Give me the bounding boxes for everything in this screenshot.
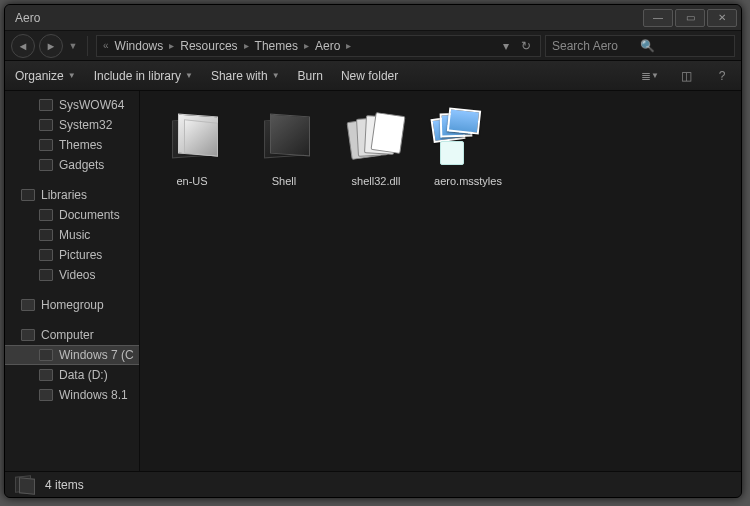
titlebar: Aero — ▭ ✕ <box>5 5 741 31</box>
tree-label: Gadgets <box>59 158 104 172</box>
share-with-menu[interactable]: Share with▼ <box>211 69 280 83</box>
tree-item-pictures[interactable]: Pictures <box>5 245 139 265</box>
tree-header-libraries[interactable]: Libraries <box>5 185 139 205</box>
new-folder-button[interactable]: New folder <box>341 69 398 83</box>
folder-icon <box>13 476 35 494</box>
history-dropdown[interactable]: ▼ <box>67 41 79 51</box>
crumb-label: Resources <box>180 39 237 53</box>
breadcrumb[interactable]: « Windows ▸ Resources ▸ Themes ▸ Aero ▸ … <box>96 35 541 57</box>
preview-pane-button[interactable]: ◫ <box>677 68 695 84</box>
tree-label: Computer <box>41 328 94 342</box>
refresh-icon[interactable]: ↻ <box>516 39 536 53</box>
chevron-down-icon: ▼ <box>651 71 659 80</box>
chevron-down-icon: ▼ <box>185 71 193 80</box>
tree-label: Music <box>59 228 90 242</box>
tree-label: Videos <box>59 268 95 282</box>
tree-item-documents[interactable]: Documents <box>5 205 139 225</box>
tree-item-videos[interactable]: Videos <box>5 265 139 285</box>
location-dropdown-icon[interactable]: ▾ <box>496 39 516 53</box>
close-button[interactable]: ✕ <box>707 9 737 27</box>
chevron-right-icon[interactable]: « <box>101 40 111 51</box>
chevron-right-icon[interactable]: ▸ <box>344 40 353 51</box>
tree-item-windows81[interactable]: Windows 8.1 <box>5 385 139 405</box>
folder-icon <box>39 159 53 171</box>
crumb-windows[interactable]: Windows <box>111 36 168 56</box>
folder-icon <box>39 139 53 151</box>
computer-icon <box>21 329 35 341</box>
file-label: shell32.dll <box>352 175 401 188</box>
tree-item-syswow64[interactable]: SysWOW64 <box>5 95 139 115</box>
crumb-label: Themes <box>255 39 298 53</box>
library-icon <box>39 209 53 221</box>
tree-header-computer[interactable]: Computer <box>5 325 139 345</box>
toolbar-label: Include in library <box>94 69 181 83</box>
tree-label: Windows 8.1 <box>59 388 128 402</box>
tree-item-gadgets[interactable]: Gadgets <box>5 155 139 175</box>
file-label: aero.msstyles <box>434 175 502 188</box>
tree-item-system32[interactable]: System32 <box>5 115 139 135</box>
tree-label: Themes <box>59 138 102 152</box>
msstyles-icon <box>436 105 500 169</box>
items-view[interactable]: en-US Shell shell32.dll aero.msstyles <box>140 91 741 471</box>
burn-button[interactable]: Burn <box>298 69 323 83</box>
chevron-right-icon[interactable]: ▸ <box>302 40 311 51</box>
window-title: Aero <box>9 11 641 25</box>
tree-item-drive-d[interactable]: Data (D:) <box>5 365 139 385</box>
tree-header-homegroup[interactable]: Homegroup <box>5 295 139 315</box>
maximize-button[interactable]: ▭ <box>675 9 705 27</box>
folder-icon <box>39 119 53 131</box>
details-pane: 4 items <box>5 471 741 497</box>
crumb-themes[interactable]: Themes <box>251 36 302 56</box>
library-icon <box>39 249 53 261</box>
search-icon: 🔍 <box>640 39 728 53</box>
file-item-en-us[interactable]: en-US <box>146 101 238 211</box>
folder-icon <box>39 99 53 111</box>
tree-label: Data (D:) <box>59 368 108 382</box>
library-icon <box>39 229 53 241</box>
drive-icon <box>39 369 53 381</box>
navigation-pane[interactable]: SysWOW64 System32 Themes Gadgets Librari… <box>5 91 140 471</box>
minimize-button[interactable]: — <box>643 9 673 27</box>
view-options-button[interactable]: ≣ ▼ <box>641 68 659 84</box>
tree-label: Libraries <box>41 188 87 202</box>
explorer-window: Aero — ▭ ✕ ◄ ► ▼ « Windows ▸ Resources ▸… <box>4 4 742 498</box>
search-input[interactable]: Search Aero 🔍 <box>545 35 735 57</box>
dll-icon <box>344 105 408 169</box>
file-label: en-US <box>176 175 207 188</box>
chevron-right-icon[interactable]: ▸ <box>167 40 176 51</box>
drive-icon <box>39 349 53 361</box>
include-library-menu[interactable]: Include in library▼ <box>94 69 193 83</box>
toolbar-label: New folder <box>341 69 398 83</box>
crumb-label: Aero <box>315 39 340 53</box>
drive-icon <box>39 389 53 401</box>
tree-label: Documents <box>59 208 120 222</box>
tree-item-drive-c[interactable]: Windows 7 (C <box>5 345 139 365</box>
folder-icon <box>160 105 224 169</box>
crumb-resources[interactable]: Resources <box>176 36 241 56</box>
tree-label: SysWOW64 <box>59 98 124 112</box>
tree-label: Windows 7 (C <box>59 348 134 362</box>
file-item-aero-msstyles[interactable]: aero.msstyles <box>422 101 514 211</box>
organize-menu[interactable]: Organize▼ <box>15 69 76 83</box>
crumb-aero[interactable]: Aero <box>311 36 344 56</box>
toolbar-label: Burn <box>298 69 323 83</box>
file-item-shell[interactable]: Shell <box>238 101 330 211</box>
chevron-down-icon: ▼ <box>68 71 76 80</box>
chevron-down-icon: ▼ <box>272 71 280 80</box>
back-button[interactable]: ◄ <box>11 34 35 58</box>
tree-item-themes[interactable]: Themes <box>5 135 139 155</box>
tree-label: Pictures <box>59 248 102 262</box>
homegroup-icon <box>21 299 35 311</box>
crumb-label: Windows <box>115 39 164 53</box>
chevron-right-icon[interactable]: ▸ <box>242 40 251 51</box>
tree-label: System32 <box>59 118 112 132</box>
toolbar-label: Share with <box>211 69 268 83</box>
separator <box>87 36 88 56</box>
libraries-icon <box>21 189 35 201</box>
forward-button[interactable]: ► <box>39 34 63 58</box>
library-icon <box>39 269 53 281</box>
tree-item-music[interactable]: Music <box>5 225 139 245</box>
help-button[interactable]: ? <box>713 68 731 84</box>
tree-label: Homegroup <box>41 298 104 312</box>
file-item-shell32-dll[interactable]: shell32.dll <box>330 101 422 211</box>
